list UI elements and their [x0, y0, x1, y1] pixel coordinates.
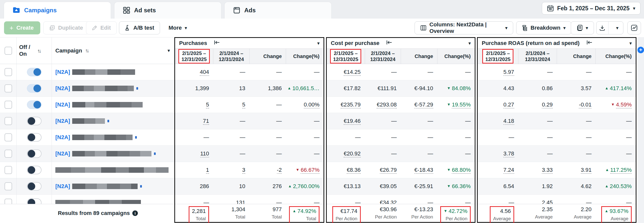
table-row: 7.243.333.91▲117.25%	[478, 162, 636, 178]
campaign-toggle-on[interactable]	[27, 84, 42, 93]
footer-value-type: Average	[493, 216, 511, 221]
tab-ads[interactable]: Ads	[225, 2, 331, 19]
campaign-name[interactable]: [N2A]	[52, 134, 174, 141]
column-header-change-pct[interactable]: Change(%)	[595, 49, 636, 64]
metric-cell: 131	[213, 199, 249, 204]
row-checkbox[interactable]	[5, 199, 12, 204]
column-header-change-pct[interactable]: Change(%)	[286, 49, 324, 64]
column-header-change[interactable]: Change	[557, 49, 595, 64]
increase-arrow-icon: ▲	[605, 168, 609, 172]
pin-left-icon[interactable]	[586, 40, 593, 46]
chevron-down-icon[interactable]: ▾	[317, 41, 319, 46]
campaign-prefix: [N2A]	[55, 85, 70, 92]
metric-cell: €14.25	[327, 69, 365, 75]
group-subheader: 2/1/2025 –12/31/20252/1/2024 –12/31/2024…	[478, 48, 636, 64]
column-header-previous-period[interactable]: 2/1/2024 –12/31/2024	[518, 49, 557, 64]
edit-button[interactable]: Edit	[86, 21, 117, 34]
column-header-current-period[interactable]: 2/1/2025 –12/31/2025	[327, 49, 365, 64]
date-range-picker[interactable]: Feb 1, 2025 – Dec 31, 2025 ▾	[542, 2, 640, 15]
tab-label: Ads	[244, 7, 256, 14]
campaign-name[interactable]: [N2A]	[52, 69, 174, 75]
campaign-toggle-off[interactable]	[27, 133, 42, 142]
metric-cell: €293.08	[365, 101, 401, 108]
duplicate-button[interactable]: Duplicate	[43, 21, 89, 34]
campaign-name[interactable]: [N2A]	[52, 183, 174, 190]
campaign-name[interactable]	[52, 200, 174, 204]
tab-campaigns[interactable]: Campaigns	[4, 2, 111, 19]
row-checkbox[interactable]	[5, 101, 12, 109]
campaign-column-header[interactable]: Campaign ↑↓ ▾	[52, 37, 174, 64]
metric-cell: €-94.10	[401, 85, 437, 92]
row-checkbox[interactable]	[5, 117, 12, 125]
add-column-button[interactable]: +	[637, 47, 644, 53]
campaign-prefix: [N2A]	[55, 101, 70, 108]
row-checkbox[interactable]	[5, 182, 12, 190]
metric-cell: —	[249, 199, 286, 204]
chevron-down-icon[interactable]: ▾	[168, 48, 170, 53]
campaign-name[interactable]: [N2A]	[52, 85, 174, 92]
columns-button[interactable]: Columns: Next2Data | Overview ▾	[415, 21, 513, 34]
footer-cell: ▲93.67%Average	[595, 204, 636, 223]
ab-test-button[interactable]: A/B test	[119, 21, 160, 34]
campaign-name[interactable]	[52, 167, 174, 173]
campaign-toggle-on[interactable]	[27, 68, 42, 76]
campaign-toggle-off[interactable]	[27, 166, 42, 174]
redacted-campaign-name	[72, 135, 133, 140]
footer-cell: 2,281Total	[175, 204, 213, 223]
chevron-down-icon[interactable]: ▾	[629, 41, 632, 46]
campaign-name[interactable]: [N2A]	[52, 101, 174, 108]
off-on-column-header[interactable]: Off / On ↑↓	[17, 37, 52, 64]
column-header-previous-period[interactable]: 2/1/2024 –12/31/2024	[365, 49, 401, 64]
table-row: €17.82€111.91€-94.10▼84.08%	[327, 80, 475, 97]
metric-cell: -2	[249, 167, 286, 173]
pin-left-icon[interactable]	[386, 40, 392, 46]
table-row: 1,399131,386▲10,661.5…	[175, 80, 324, 97]
create-button[interactable]: + Create	[4, 21, 40, 34]
breakdown-button[interactable]: Breakdown ▾	[516, 21, 571, 34]
row-checkbox[interactable]	[5, 150, 12, 158]
tab-ad-sets[interactable]: Ad sets	[114, 2, 221, 19]
metric-cell: —	[249, 101, 286, 108]
column-header-change[interactable]: Change	[249, 49, 286, 64]
decrease-arrow-icon: ▼	[447, 102, 451, 106]
sort-icon[interactable]: ↑↓	[85, 48, 88, 53]
footer-cell: ▼42.72%Per Action	[437, 204, 475, 223]
metric-cell: —	[249, 134, 286, 141]
sort-icon[interactable]: ↑↓	[37, 48, 40, 54]
campaign-name[interactable]: [N2A]	[52, 118, 174, 124]
view-charts-button[interactable]	[627, 21, 641, 34]
row-toggle-cell	[17, 195, 52, 204]
reports-button[interactable]: ▾	[571, 21, 594, 34]
pin-left-icon[interactable]	[214, 40, 220, 46]
redacted-campaign-name	[72, 86, 134, 91]
column-header-current-period[interactable]: 2/1/2025 –12/31/2025	[478, 49, 518, 64]
column-header-change[interactable]: Change	[401, 49, 437, 64]
download-options-button[interactable]: ▾	[612, 25, 623, 31]
more-button[interactable]: More ▾	[163, 21, 192, 34]
row-checkbox[interactable]	[5, 68, 12, 76]
more-label: More	[169, 25, 182, 31]
campaign-toggle-off[interactable]	[27, 182, 42, 191]
metric-cell: —	[213, 150, 249, 157]
campaign-toggle-on[interactable]	[27, 100, 42, 109]
campaign-toggle-off[interactable]	[27, 198, 42, 204]
row-checkbox[interactable]	[5, 166, 12, 174]
metric-cell: 1	[175, 167, 213, 173]
column-header-change-pct[interactable]: Change(%)	[437, 49, 475, 64]
chevron-down-icon[interactable]: ▾	[468, 41, 471, 46]
row-checkbox[interactable]	[5, 133, 12, 141]
campaign-prefix: [N2A]	[55, 183, 70, 190]
campaign-name[interactable]: [N2A]	[52, 150, 174, 157]
campaign-toggle-off[interactable]	[27, 117, 42, 125]
campaign-toggle-off[interactable]	[27, 149, 42, 158]
column-header-previous-period[interactable]: 2/1/2024 –12/31/2024	[213, 49, 249, 64]
footer-value: €17.74	[336, 208, 357, 214]
metric-cell: 3	[213, 167, 249, 173]
info-icon[interactable]: i	[132, 210, 138, 216]
chart-window-icon	[631, 25, 637, 31]
column-header-current-period[interactable]: 2/1/2025 –12/31/2025	[175, 49, 213, 64]
campaign-prefix: [N2A]	[55, 118, 70, 124]
row-checkbox[interactable]	[5, 84, 12, 92]
download-button[interactable]	[596, 22, 609, 34]
select-all-checkbox[interactable]	[5, 47, 12, 55]
